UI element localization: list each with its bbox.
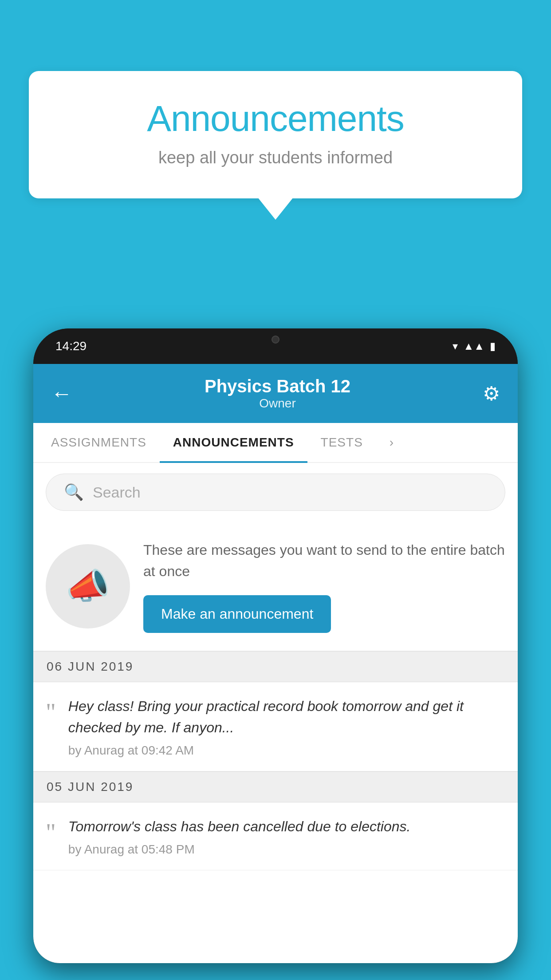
announcement-text-1: Hey class! Bring your practical record b…: [68, 695, 505, 738]
phone-frame: 14:29 ▾ ▲▲ ▮ ← Physics Batch 12 Owner ⚙: [33, 328, 518, 963]
date-separator-1: 06 JUN 2019: [33, 651, 518, 682]
tab-announcements[interactable]: ANNOUNCEMENTS: [160, 423, 307, 462]
announcement-meta-2: by Anurag at 05:48 PM: [68, 842, 505, 857]
announcement-meta-1: by Anurag at 09:42 AM: [68, 743, 505, 758]
quote-icon-2: ": [46, 820, 56, 845]
signal-icon: ▲▲: [463, 340, 484, 352]
tabs-bar: ASSIGNMENTS ANNOUNCEMENTS TESTS ›: [33, 423, 518, 463]
header-subtitle: Owner: [72, 396, 483, 411]
status-time: 14:29: [55, 339, 87, 353]
announcement-item-1[interactable]: " Hey class! Bring your practical record…: [33, 682, 518, 771]
search-container: 🔍 Search: [33, 463, 518, 522]
make-announcement-button[interactable]: Make an announcement: [143, 595, 331, 633]
search-bar[interactable]: 🔍 Search: [46, 474, 505, 511]
speech-bubble-container: Announcements keep all your students inf…: [29, 71, 522, 198]
date-separator-2: 05 JUN 2019: [33, 771, 518, 802]
search-icon: 🔍: [64, 483, 84, 502]
status-bar: 14:29 ▾ ▲▲ ▮: [33, 328, 518, 364]
megaphone-circle: 📣: [46, 544, 130, 628]
header-title: Physics Batch 12: [72, 376, 483, 396]
megaphone-icon: 📣: [66, 565, 110, 607]
camera: [272, 336, 279, 344]
status-icons: ▾ ▲▲ ▮: [453, 340, 496, 352]
bubble-title: Announcements: [64, 98, 487, 139]
search-placeholder: Search: [93, 484, 141, 501]
tab-assignments[interactable]: ASSIGNMENTS: [38, 423, 160, 462]
speech-bubble: Announcements keep all your students inf…: [29, 71, 522, 198]
battery-icon: ▮: [490, 340, 496, 352]
announcement-content-1: Hey class! Bring your practical record b…: [68, 695, 505, 758]
announcement-item-2[interactable]: " Tomorrow's class has been cancelled du…: [33, 802, 518, 870]
phone-container: 14:29 ▾ ▲▲ ▮ ← Physics Batch 12 Owner ⚙: [33, 328, 518, 980]
header-center: Physics Batch 12 Owner: [72, 376, 483, 411]
announcement-text-2: Tomorrow's class has been cancelled due …: [68, 816, 505, 837]
announcement-content-2: Tomorrow's class has been cancelled due …: [68, 816, 505, 857]
tab-tests[interactable]: TESTS: [307, 423, 376, 462]
app-header: ← Physics Batch 12 Owner ⚙: [33, 364, 518, 423]
quote-icon-1: ": [46, 700, 56, 725]
bubble-subtitle: keep all your students informed: [64, 148, 487, 167]
settings-icon[interactable]: ⚙: [483, 382, 500, 405]
back-button[interactable]: ←: [51, 381, 72, 406]
intro-right: These are messages you want to send to t…: [143, 539, 505, 633]
wifi-icon: ▾: [453, 340, 458, 352]
tab-more[interactable]: ›: [376, 423, 407, 462]
announcement-intro: 📣 These are messages you want to send to…: [33, 522, 518, 651]
phone-screen: ← Physics Batch 12 Owner ⚙ ASSIGNMENTS A…: [33, 364, 518, 963]
notch: [236, 328, 315, 351]
intro-description: These are messages you want to send to t…: [143, 539, 505, 582]
